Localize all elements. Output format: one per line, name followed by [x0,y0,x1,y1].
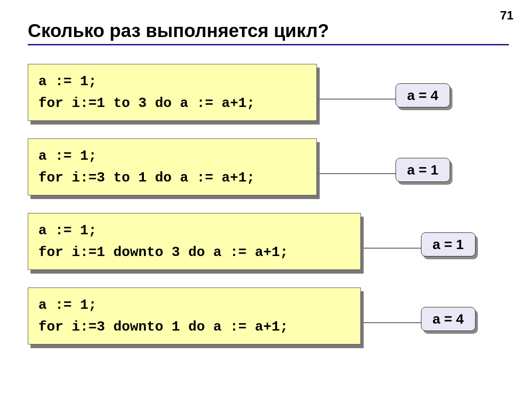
result-text: a = 1 [396,158,450,182]
code-text: a := 1; for i:=1 to 3 do a := a+1; [28,64,317,121]
example-row: a := 1; for i:=1 downto 3 do a := a+1; a… [28,213,509,270]
result-callout: a = 4 [421,307,476,331]
code-block: a := 1; for i:=1 to 3 do a := a+1; [28,64,317,121]
example-row: a := 1; for i:=3 to 1 do a := a+1; a = 1 [28,138,509,195]
result-text: a = 1 [421,232,476,256]
connector-line [361,322,421,323]
connector-line [361,248,421,249]
connector-line [317,173,396,174]
page-title: Сколько раз выполняется цикл? [28,20,509,41]
code-text: a := 1; for i:=3 downto 1 do a := a+1; [28,288,361,344]
title-rule [28,44,509,45]
code-block: a := 1; for i:=3 downto 1 do a := a+1; [28,288,361,344]
connector-line [317,99,396,100]
example-row: a := 1; for i:=1 to 3 do a := a+1; a = 4 [28,64,509,121]
code-text: a := 1; for i:=3 to 1 do a := a+1; [28,138,317,195]
page-number: 71 [500,8,513,23]
result-callout: a = 1 [396,158,450,182]
result-text: a = 4 [421,307,476,331]
result-callout: a = 1 [421,232,476,256]
result-text: a = 4 [396,83,450,107]
example-row: a := 1; for i:=3 downto 1 do a := a+1; a… [28,288,509,344]
code-block: a := 1; for i:=1 downto 3 do a := a+1; [28,213,361,270]
code-text: a := 1; for i:=1 downto 3 do a := a+1; [28,213,361,270]
result-callout: a = 4 [396,83,450,107]
code-block: a := 1; for i:=3 to 1 do a := a+1; [28,138,317,195]
slide-page: 71 Сколько раз выполняется цикл? a := 1;… [0,0,532,400]
